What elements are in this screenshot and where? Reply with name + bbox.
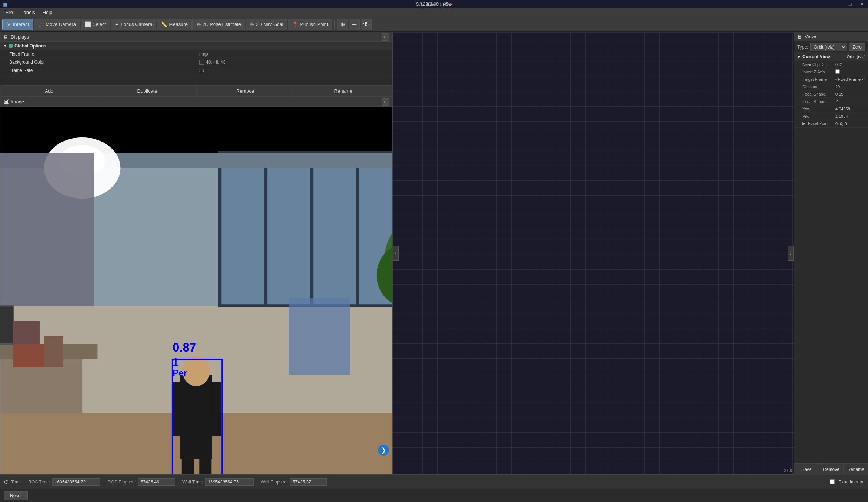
current-view-type: Orbit (rviz) (831, 54, 866, 59)
views-zero-button[interactable]: Zero (849, 43, 865, 51)
views-remove-button[interactable]: Remove (819, 464, 844, 475)
collapse-left-arrow[interactable]: ‹ (393, 246, 399, 261)
crosshair-button[interactable]: ⊕ (337, 19, 348, 30)
near-clip-row[interactable]: Near Clip Di... 0.01 (794, 61, 868, 68)
expand-button[interactable]: ❯ (378, 445, 389, 456)
close-button[interactable]: ✕ (856, 0, 868, 8)
measure-button[interactable]: 📏 Measure (157, 19, 192, 30)
focus-camera-button[interactable]: ✦ Focus Camera (111, 19, 156, 30)
minimize-button[interactable]: ─ (832, 0, 844, 8)
yaw-value: 4.64358 (835, 107, 865, 111)
pose-estimate-label: 2D Pose Estimate (202, 21, 241, 27)
fixed-frame-value: map (199, 51, 389, 57)
invert-z-checkbox[interactable] (835, 69, 840, 74)
eye-button[interactable]: 👁 (361, 19, 372, 30)
svg-rect-33 (199, 459, 211, 474)
svg-rect-30 (212, 382, 221, 436)
yaw-label: Yaw (797, 107, 835, 111)
pose-estimate-button[interactable]: ✏ 2D Pose Estimate (192, 19, 245, 30)
svg-text:Per: Per (172, 368, 187, 378)
views-bottom: Save Remove Rename (794, 463, 868, 475)
collapse-right-arrow[interactable]: › (788, 246, 794, 261)
experimental-checkbox[interactable] (830, 479, 835, 484)
image-panel-header: 🖼 Image □ (0, 97, 392, 107)
nav-goal-icon: ✏ (250, 21, 254, 27)
ros-time-input[interactable] (52, 478, 100, 486)
select-button[interactable]: ⬜ Select (81, 19, 110, 30)
frame-rate-row[interactable]: Frame Rate 30 (0, 66, 392, 74)
global-options-row[interactable]: ▼ Global Options (0, 42, 392, 50)
focal-shape1-row[interactable]: Focal Shape... 0.05 (794, 90, 868, 98)
current-view-section: ▼ Current View Orbit (rviz) Near Clip Di… (794, 53, 868, 128)
displays-table: ▼ Global Options Fixed Frame map Backgro… (0, 42, 392, 85)
views-type-row: Type: Orbit (rviz) Zero (794, 41, 868, 53)
wall-time-input[interactable] (205, 478, 254, 486)
image-panel: 🖼 Image □ (0, 97, 392, 475)
menu-file[interactable]: File (2, 9, 16, 16)
grid-view[interactable]: 31.6 (393, 32, 794, 474)
interact-button[interactable]: 🖱 Interact (2, 19, 33, 30)
clock-icon: ⏱ (4, 479, 9, 485)
reset-button[interactable]: Reset (4, 491, 28, 500)
nav-goal-button[interactable]: ✏ 2D Nav Goal (246, 19, 287, 30)
views-rename-button[interactable]: Rename (844, 464, 868, 475)
focal-point-row[interactable]: ▶ Focal Point 0; 0; 0 (794, 120, 868, 127)
near-clip-label: Near Clip Di... (797, 62, 835, 67)
duplicate-button[interactable]: Duplicate (98, 86, 197, 96)
image-collapse-button[interactable]: □ (382, 98, 389, 106)
publish-point-button[interactable]: 📍 Publish Point (288, 19, 332, 30)
experimental-label: Experimental (838, 479, 864, 485)
publish-point-label: Publish Point (300, 21, 328, 27)
remove-button[interactable]: Remove (197, 86, 295, 96)
distance-row[interactable]: Distance 10 (794, 83, 868, 90)
ros-elapsed-group: ROS Elapsed: (108, 478, 175, 486)
maximize-button[interactable]: □ (844, 0, 856, 8)
status-time-icon: ⏱ Time (4, 479, 21, 485)
background-color-row[interactable]: Background Color 48; 48; 48 (0, 58, 392, 66)
frame-counter: 31.6 (784, 468, 792, 473)
views-type-select[interactable]: Orbit (rviz) (810, 43, 847, 51)
ros-time-label: ROS Time: (28, 479, 50, 485)
focal-shape2-row[interactable]: Focal Shape... ✓ (794, 98, 868, 105)
focus-camera-icon: ✦ (115, 21, 119, 27)
menu-panels[interactable]: Panels (17, 9, 38, 16)
app-title: default.rviz* - RViz (0, 2, 868, 7)
current-view-arrow: ▼ (797, 54, 801, 59)
3d-view-panel[interactable]: ‹ › 31.6 (392, 32, 794, 475)
measure-label: Measure (169, 21, 188, 27)
camera-scene: 0.87 1 Per (0, 107, 392, 474)
focal-shape2-value: ✓ (835, 99, 865, 104)
views-save-button[interactable]: Save (794, 464, 819, 475)
svg-rect-29 (172, 382, 182, 436)
ros-elapsed-label: ROS Elapsed: (108, 479, 136, 485)
target-frame-value: <Fixed Frame> (835, 77, 865, 82)
add-button[interactable]: Add (0, 86, 98, 96)
experimental-group: Experimental (830, 479, 864, 485)
frame-rate-label: Frame Rate (9, 68, 199, 73)
target-frame-row[interactable]: Target Frame <Fixed Frame> (794, 76, 868, 83)
time-label: Time (11, 479, 21, 485)
wall-elapsed-input[interactable] (290, 478, 327, 486)
menubar: File Panels Help (0, 8, 868, 17)
background-color-label: Background Color (9, 60, 199, 65)
interact-icon: 🖱 (6, 21, 11, 27)
current-view-header[interactable]: ▼ Current View Orbit (rviz) (794, 53, 868, 61)
pitch-row[interactable]: Pitch 1.1954 (794, 113, 868, 120)
yaw-row[interactable]: Yaw 4.64358 (794, 105, 868, 113)
svg-rect-4 (220, 153, 392, 306)
focal-point-arrow: ▶ (802, 121, 805, 126)
svg-rect-16 (0, 306, 13, 344)
focal-point-label: ▶ Focal Point (797, 121, 835, 126)
menu-help[interactable]: Help (40, 9, 56, 16)
displays-collapse-button[interactable]: □ (382, 33, 389, 41)
move-camera-button[interactable]: 🎥 Move Camera (34, 19, 80, 30)
invert-z-row[interactable]: Invert Z Axis (794, 68, 868, 76)
rename-button[interactable]: Rename (294, 86, 392, 96)
svg-rect-28 (180, 375, 212, 459)
focal-shape2-label: Focal Shape... (797, 99, 835, 104)
ros-elapsed-input[interactable] (138, 478, 175, 486)
invert-z-label: Invert Z Axis (797, 70, 835, 74)
minus-button[interactable]: ─ (349, 19, 360, 30)
frame-rate-value: 30 (199, 68, 389, 73)
fixed-frame-row[interactable]: Fixed Frame map (0, 50, 392, 58)
